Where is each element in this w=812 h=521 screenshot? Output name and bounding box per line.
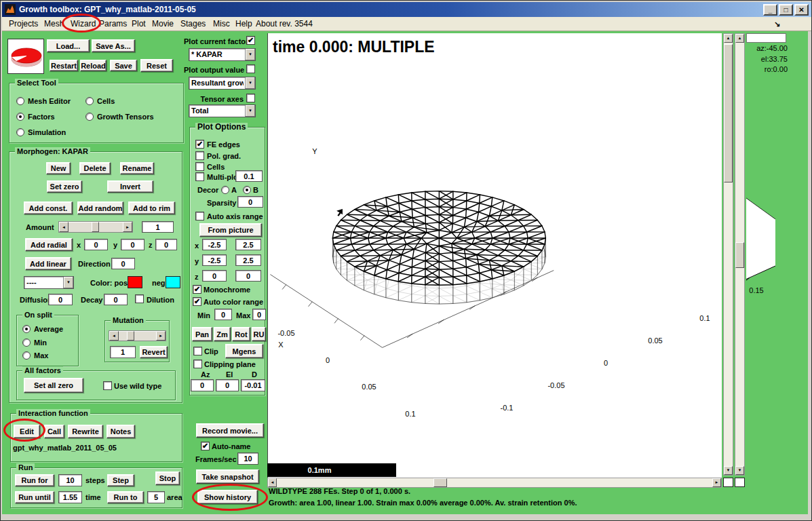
menu-plot[interactable]: Plot	[132, 19, 146, 28]
factor-dropdown[interactable]: * KAPAR	[189, 48, 256, 61]
clipping-plane-checkbox[interactable]	[193, 360, 202, 368]
amount-slider[interactable]	[58, 221, 133, 233]
rewrite-button[interactable]: Rewrite	[68, 425, 103, 438]
radio-mesh-editor[interactable]	[16, 97, 24, 105]
zoom-button[interactable]: Zm	[214, 327, 231, 341]
amount-slider-thumb[interactable]	[92, 222, 99, 232]
mutation-slider[interactable]	[109, 330, 166, 341]
radio-min[interactable]	[22, 339, 31, 347]
radio-growth-tensors[interactable]	[85, 113, 94, 121]
time-field[interactable]	[58, 491, 82, 503]
mutation-field[interactable]	[110, 346, 136, 358]
reload-button[interactable]: Reload	[80, 60, 107, 71]
menu-about-rev[interactable]: About rev. 3544	[256, 19, 313, 28]
radio-max[interactable]	[22, 351, 31, 360]
set-all-zero-button[interactable]: Set all zero	[24, 378, 83, 393]
preset-dropdown[interactable]: ----	[24, 276, 74, 289]
call-button[interactable]: Call	[44, 425, 64, 438]
axis-x-max-field[interactable]	[235, 239, 261, 250]
scrollbar-thumb[interactable]	[735, 242, 744, 268]
plot-output-value-checkbox[interactable]	[246, 64, 255, 73]
notes-button[interactable]: Notes	[107, 425, 135, 438]
chevron-down-icon[interactable]	[245, 49, 255, 60]
radio-simulation[interactable]	[16, 128, 24, 136]
run-to-button[interactable]: Run to	[107, 491, 144, 503]
auto-color-range-checkbox[interactable]	[193, 297, 201, 306]
axis-y-max-field[interactable]	[235, 254, 261, 266]
slider-right-arrow-icon[interactable]	[123, 222, 132, 232]
slider-left-arrow-icon[interactable]	[59, 222, 69, 232]
direction-field[interactable]	[111, 258, 135, 269]
az-field[interactable]	[191, 379, 214, 391]
scroll-down-icon[interactable]	[735, 466, 744, 475]
radio-average[interactable]	[22, 325, 31, 333]
vertical-scrollbar-1[interactable]	[723, 33, 733, 476]
plot-current-factor-checkbox[interactable]	[246, 36, 255, 45]
add-linear-button[interactable]: Add linear	[25, 257, 71, 270]
invert-button[interactable]: Invert	[107, 180, 153, 193]
pos-color-swatch[interactable]	[128, 276, 142, 288]
slider-left-arrow-icon[interactable]	[109, 331, 119, 341]
maximize-icon[interactable]: □	[779, 4, 793, 16]
save-as-button[interactable]: Save As...	[92, 39, 135, 52]
radio-cells[interactable]	[85, 97, 94, 105]
min-field[interactable]	[214, 309, 232, 320]
use-wild-type-checkbox[interactable]	[103, 381, 112, 390]
sparsity-field[interactable]	[237, 196, 263, 208]
add-const-button[interactable]: Add const.	[24, 201, 73, 214]
save-button[interactable]: Save	[110, 60, 137, 71]
pan-button[interactable]: Pan	[192, 327, 212, 341]
fps-field[interactable]	[237, 452, 258, 465]
monochrome-checkbox[interactable]	[193, 285, 201, 294]
vertical-scrollbar-2[interactable]	[735, 33, 745, 476]
clip-checkbox[interactable]	[193, 347, 202, 355]
add-to-rim-button[interactable]: Add to rim	[128, 201, 175, 214]
step-button[interactable]: Step	[107, 474, 134, 486]
x-field[interactable]	[84, 239, 108, 250]
delete-button[interactable]: Delete	[79, 162, 111, 174]
neg-color-swatch[interactable]	[166, 276, 180, 288]
rotation-field[interactable]	[746, 33, 786, 43]
max-field[interactable]	[252, 309, 266, 320]
chevron-down-icon[interactable]	[245, 77, 255, 89]
run-until-button[interactable]: Run until	[15, 491, 54, 503]
slider-right-arrow-icon[interactable]	[156, 331, 166, 341]
menu-movie[interactable]: Movie	[152, 19, 174, 28]
horizontal-scrollbar[interactable]	[267, 478, 722, 488]
scrollbar-thumb[interactable]	[724, 44, 733, 182]
tensor-dropdown[interactable]: Total	[189, 104, 256, 117]
menu-help[interactable]: Help	[235, 19, 252, 28]
output-dropdown[interactable]: Resultant growth...	[189, 77, 256, 90]
pol-grad-checkbox[interactable]	[195, 151, 204, 160]
scroll-up-icon[interactable]	[735, 34, 744, 43]
scrollbar-corner-box[interactable]	[735, 478, 745, 487]
dilution-checkbox[interactable]	[135, 294, 144, 303]
menu-params[interactable]: Params	[99, 19, 127, 28]
from-picture-button[interactable]: From picture	[199, 223, 262, 237]
new-button[interactable]: New	[46, 162, 71, 174]
z-field[interactable]	[155, 239, 177, 250]
scroll-up-icon[interactable]	[724, 34, 733, 43]
rotate-button[interactable]: Rot	[232, 327, 250, 341]
decay-field[interactable]	[104, 294, 128, 305]
reset-button[interactable]: Reset	[140, 59, 173, 72]
y-field[interactable]	[121, 239, 144, 250]
menu-mesh[interactable]: Mesh	[44, 19, 64, 28]
tensor-axes-checkbox[interactable]	[246, 94, 255, 102]
minimize-icon[interactable]: _	[763, 4, 777, 16]
scrollbar-corner-box[interactable]	[723, 478, 733, 487]
add-radial-button[interactable]: Add radial	[25, 238, 73, 251]
menu-misc[interactable]: Misc	[213, 19, 230, 28]
menu-projects[interactable]: Projects	[9, 19, 38, 28]
cells-checkbox[interactable]	[195, 162, 204, 171]
revert-button[interactable]: Revert	[140, 346, 168, 358]
close-icon[interactable]: ✕	[794, 4, 809, 16]
mgens-button[interactable]: Mgens	[225, 344, 263, 358]
axis-x-min-field[interactable]	[202, 239, 227, 250]
record-movie-button[interactable]: Record movie...	[196, 423, 264, 438]
scroll-right-icon[interactable]	[712, 478, 721, 487]
run-for-button[interactable]: Run for	[15, 474, 54, 486]
radio-factors[interactable]	[16, 113, 24, 121]
set-zero-button[interactable]: Set zero	[47, 180, 82, 193]
load-button[interactable]: Load...	[47, 39, 90, 52]
